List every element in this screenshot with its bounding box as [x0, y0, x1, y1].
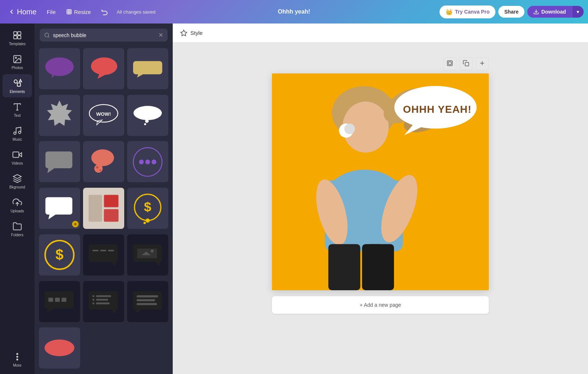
download-main-button[interactable]: Download: [527, 6, 572, 18]
svg-marker-80: [111, 309, 116, 314]
saved-text: All changes saved: [116, 9, 155, 15]
sidebar-item-elements[interactable]: Elements: [3, 74, 32, 97]
try-pro-button[interactable]: 👑 Try Canva Pro: [440, 6, 495, 18]
download-dropdown-button[interactable]: ▾: [572, 6, 584, 18]
svg-point-13: [14, 132, 16, 134]
svg-rect-88: [448, 62, 451, 65]
element-spiky-bubble[interactable]: [39, 95, 80, 136]
element-dark-text-bubble[interactable]: [83, 234, 124, 276]
topbar: Home File Resize All changes saved Ohhh …: [0, 0, 588, 24]
more-icon: [12, 352, 22, 362]
speech-bubble-overlay[interactable]: OHHH YEAH!: [393, 84, 481, 136]
svg-point-20: [17, 359, 18, 360]
element-purple-dots-bubble[interactable]: [127, 141, 168, 182]
share-button[interactable]: Share: [498, 6, 524, 18]
svg-rect-58: [89, 244, 118, 262]
svg-rect-74: [93, 295, 94, 297]
element-grey-rect-bubble[interactable]: [39, 141, 80, 182]
svg-rect-69: [49, 298, 53, 302]
add-page-button[interactable]: + Add a new page: [272, 296, 489, 314]
svg-rect-61: [108, 250, 114, 251]
resize-button[interactable]: Resize: [62, 7, 95, 17]
svg-rect-16: [13, 152, 19, 157]
file-button[interactable]: File: [43, 7, 59, 17]
svg-point-34: [145, 119, 149, 123]
svg-point-66: [151, 249, 154, 252]
element-pink-bubble[interactable]: [83, 48, 124, 89]
element-white-oval-bubble[interactable]: [127, 95, 168, 136]
svg-point-33: [133, 106, 162, 120]
sidebar-item-videos[interactable]: Videos: [3, 146, 32, 169]
home-label: Home: [17, 8, 36, 16]
style-label: Style: [190, 30, 202, 36]
svg-rect-78: [93, 302, 94, 304]
photos-icon: [12, 54, 22, 64]
sidebar: Templates Photos Elements Text Music: [0, 24, 35, 374]
search-input[interactable]: [53, 32, 155, 38]
svg-marker-29: [47, 100, 72, 126]
element-dark-image-bubble[interactable]: [127, 234, 168, 276]
sidebar-item-folders[interactable]: Folders: [3, 217, 32, 241]
back-button[interactable]: Home: [4, 6, 40, 18]
element-beige-bubble[interactable]: [127, 48, 168, 89]
element-dark-list-bubble[interactable]: [83, 281, 124, 322]
svg-point-14: [18, 131, 21, 134]
canvas-scroll[interactable]: OHHH YEAH! + Add a new page: [173, 43, 588, 374]
element-red-bottom-bubble[interactable]: [39, 327, 80, 368]
svg-rect-2: [14, 32, 17, 35]
svg-rect-104: [362, 244, 394, 290]
svg-rect-83: [137, 299, 155, 301]
svg-rect-51: [104, 195, 118, 207]
element-white-rect-bubble[interactable]: [39, 188, 80, 229]
svg-rect-60: [100, 250, 106, 251]
videos-icon: [12, 150, 22, 160]
element-purple-bubble[interactable]: [39, 48, 80, 89]
element-multi-panel[interactable]: [83, 188, 124, 229]
element-yellow-outline-dollar[interactable]: $: [39, 234, 80, 276]
sidebar-item-background[interactable]: Bkground: [3, 170, 32, 193]
clear-search-button[interactable]: ✕: [158, 32, 163, 39]
svg-rect-82: [137, 295, 158, 297]
svg-rect-77: [96, 299, 108, 301]
svg-rect-87: [447, 61, 452, 66]
element-wow-bubble[interactable]: WOW!: [83, 95, 124, 136]
svg-point-25: [91, 57, 118, 75]
bubble-text: OHHH YEAH!: [403, 104, 472, 115]
svg-rect-9: [17, 83, 21, 86]
sidebar-item-uploads[interactable]: Uploads: [3, 194, 32, 217]
svg-marker-106: [404, 124, 424, 135]
search-icon: [44, 32, 50, 38]
sidebar-item-more[interactable]: More: [3, 348, 32, 371]
svg-rect-103: [328, 244, 360, 290]
svg-point-43: [139, 159, 144, 164]
text-icon: [12, 102, 22, 112]
sidebar-item-templates[interactable]: Templates: [3, 26, 32, 50]
svg-marker-85: [135, 309, 142, 314]
svg-point-41: [100, 169, 101, 171]
sidebar-item-music[interactable]: Music: [3, 122, 32, 145]
hide-panel-button[interactable]: [171, 191, 173, 206]
style-icon: [180, 29, 187, 37]
canvas-frame[interactable]: OHHH YEAH!: [272, 73, 489, 290]
element-character-bubble[interactable]: [83, 141, 124, 182]
element-dollar-yellow-bubble[interactable]: $: [127, 188, 168, 229]
canvas-copy-button[interactable]: [459, 57, 473, 71]
svg-point-38: [92, 149, 114, 166]
svg-marker-10: [19, 79, 22, 82]
svg-rect-59: [93, 250, 98, 251]
svg-text:$: $: [55, 247, 64, 262]
svg-marker-47: [49, 214, 56, 220]
background-icon: [12, 173, 22, 184]
sidebar-item-text[interactable]: Text: [3, 98, 32, 121]
svg-rect-4: [14, 36, 17, 39]
undo-button[interactable]: [97, 6, 112, 18]
element-dark-lines-bubble[interactable]: [127, 281, 168, 322]
canvas-add-button[interactable]: [476, 57, 489, 71]
svg-line-22: [48, 36, 49, 37]
svg-rect-50: [104, 209, 119, 222]
search-bar: ✕: [35, 24, 173, 45]
svg-rect-71: [62, 298, 67, 302]
sidebar-item-photos[interactable]: Photos: [3, 50, 32, 73]
canvas-frame-button[interactable]: [443, 57, 456, 71]
element-dark-3dot-bubble[interactable]: [39, 281, 80, 322]
